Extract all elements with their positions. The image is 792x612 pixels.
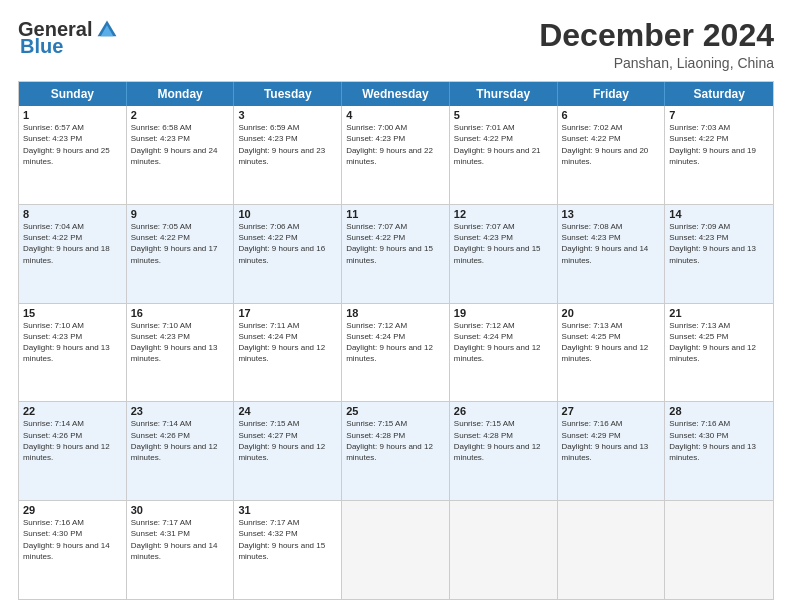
calendar-cell: 25Sunrise: 7:15 AMSunset: 4:28 PMDayligh… <box>342 402 450 500</box>
day-info: Sunrise: 7:03 AMSunset: 4:22 PMDaylight:… <box>669 122 769 167</box>
day-number: 3 <box>238 109 337 121</box>
day-number: 1 <box>23 109 122 121</box>
calendar-cell: 8Sunrise: 7:04 AMSunset: 4:22 PMDaylight… <box>19 205 127 303</box>
day-info: Sunrise: 7:15 AMSunset: 4:28 PMDaylight:… <box>454 418 553 463</box>
day-info: Sunrise: 7:04 AMSunset: 4:22 PMDaylight:… <box>23 221 122 266</box>
calendar-cell: 14Sunrise: 7:09 AMSunset: 4:23 PMDayligh… <box>665 205 773 303</box>
header-day-thursday: Thursday <box>450 82 558 106</box>
day-info: Sunrise: 7:01 AMSunset: 4:22 PMDaylight:… <box>454 122 553 167</box>
day-number: 17 <box>238 307 337 319</box>
day-info: Sunrise: 7:06 AMSunset: 4:22 PMDaylight:… <box>238 221 337 266</box>
calendar-row: 29Sunrise: 7:16 AMSunset: 4:30 PMDayligh… <box>19 501 773 599</box>
day-info: Sunrise: 6:57 AMSunset: 4:23 PMDaylight:… <box>23 122 122 167</box>
day-info: Sunrise: 7:12 AMSunset: 4:24 PMDaylight:… <box>346 320 445 365</box>
calendar-cell: 13Sunrise: 7:08 AMSunset: 4:23 PMDayligh… <box>558 205 666 303</box>
calendar-cell: 24Sunrise: 7:15 AMSunset: 4:27 PMDayligh… <box>234 402 342 500</box>
calendar-cell: 30Sunrise: 7:17 AMSunset: 4:31 PMDayligh… <box>127 501 235 599</box>
calendar-cell <box>665 501 773 599</box>
page: General Blue December 2024 Panshan, Liao… <box>0 0 792 612</box>
day-number: 30 <box>131 504 230 516</box>
calendar-cell: 2Sunrise: 6:58 AMSunset: 4:23 PMDaylight… <box>127 106 235 204</box>
day-number: 5 <box>454 109 553 121</box>
day-info: Sunrise: 7:13 AMSunset: 4:25 PMDaylight:… <box>562 320 661 365</box>
calendar-cell: 5Sunrise: 7:01 AMSunset: 4:22 PMDaylight… <box>450 106 558 204</box>
day-number: 10 <box>238 208 337 220</box>
calendar-cell: 7Sunrise: 7:03 AMSunset: 4:22 PMDaylight… <box>665 106 773 204</box>
calendar-cell: 11Sunrise: 7:07 AMSunset: 4:22 PMDayligh… <box>342 205 450 303</box>
calendar-cell <box>558 501 666 599</box>
day-number: 26 <box>454 405 553 417</box>
calendar-cell: 22Sunrise: 7:14 AMSunset: 4:26 PMDayligh… <box>19 402 127 500</box>
calendar-cell: 26Sunrise: 7:15 AMSunset: 4:28 PMDayligh… <box>450 402 558 500</box>
day-info: Sunrise: 7:16 AMSunset: 4:30 PMDaylight:… <box>23 517 122 562</box>
day-number: 22 <box>23 405 122 417</box>
calendar-cell: 18Sunrise: 7:12 AMSunset: 4:24 PMDayligh… <box>342 304 450 402</box>
day-number: 19 <box>454 307 553 319</box>
calendar-cell <box>450 501 558 599</box>
day-number: 2 <box>131 109 230 121</box>
day-info: Sunrise: 7:07 AMSunset: 4:22 PMDaylight:… <box>346 221 445 266</box>
day-info: Sunrise: 7:00 AMSunset: 4:23 PMDaylight:… <box>346 122 445 167</box>
day-number: 9 <box>131 208 230 220</box>
calendar-cell: 10Sunrise: 7:06 AMSunset: 4:22 PMDayligh… <box>234 205 342 303</box>
day-info: Sunrise: 7:08 AMSunset: 4:23 PMDaylight:… <box>562 221 661 266</box>
header-day-friday: Friday <box>558 82 666 106</box>
day-info: Sunrise: 7:11 AMSunset: 4:24 PMDaylight:… <box>238 320 337 365</box>
day-number: 21 <box>669 307 769 319</box>
calendar-cell: 1Sunrise: 6:57 AMSunset: 4:23 PMDaylight… <box>19 106 127 204</box>
day-number: 8 <box>23 208 122 220</box>
day-info: Sunrise: 7:15 AMSunset: 4:27 PMDaylight:… <box>238 418 337 463</box>
calendar-row: 15Sunrise: 7:10 AMSunset: 4:23 PMDayligh… <box>19 304 773 403</box>
logo-blue: Blue <box>20 35 63 58</box>
day-number: 23 <box>131 405 230 417</box>
header-day-sunday: Sunday <box>19 82 127 106</box>
day-info: Sunrise: 7:17 AMSunset: 4:32 PMDaylight:… <box>238 517 337 562</box>
day-info: Sunrise: 7:09 AMSunset: 4:23 PMDaylight:… <box>669 221 769 266</box>
calendar-cell: 16Sunrise: 7:10 AMSunset: 4:23 PMDayligh… <box>127 304 235 402</box>
day-info: Sunrise: 7:02 AMSunset: 4:22 PMDaylight:… <box>562 122 661 167</box>
day-info: Sunrise: 7:16 AMSunset: 4:29 PMDaylight:… <box>562 418 661 463</box>
calendar-cell: 15Sunrise: 7:10 AMSunset: 4:23 PMDayligh… <box>19 304 127 402</box>
day-number: 7 <box>669 109 769 121</box>
day-info: Sunrise: 7:15 AMSunset: 4:28 PMDaylight:… <box>346 418 445 463</box>
calendar-cell: 29Sunrise: 7:16 AMSunset: 4:30 PMDayligh… <box>19 501 127 599</box>
day-info: Sunrise: 6:58 AMSunset: 4:23 PMDaylight:… <box>131 122 230 167</box>
day-number: 16 <box>131 307 230 319</box>
month-title: December 2024 <box>539 18 774 53</box>
calendar-cell: 27Sunrise: 7:16 AMSunset: 4:29 PMDayligh… <box>558 402 666 500</box>
header: General Blue December 2024 Panshan, Liao… <box>18 18 774 71</box>
calendar-header: SundayMondayTuesdayWednesdayThursdayFrid… <box>19 82 773 106</box>
calendar-cell: 3Sunrise: 6:59 AMSunset: 4:23 PMDaylight… <box>234 106 342 204</box>
calendar-cell: 12Sunrise: 7:07 AMSunset: 4:23 PMDayligh… <box>450 205 558 303</box>
day-number: 13 <box>562 208 661 220</box>
day-info: Sunrise: 7:14 AMSunset: 4:26 PMDaylight:… <box>23 418 122 463</box>
day-number: 12 <box>454 208 553 220</box>
day-number: 31 <box>238 504 337 516</box>
header-day-saturday: Saturday <box>665 82 773 106</box>
day-number: 14 <box>669 208 769 220</box>
calendar-cell: 19Sunrise: 7:12 AMSunset: 4:24 PMDayligh… <box>450 304 558 402</box>
calendar-cell: 4Sunrise: 7:00 AMSunset: 4:23 PMDaylight… <box>342 106 450 204</box>
header-day-monday: Monday <box>127 82 235 106</box>
day-info: Sunrise: 7:05 AMSunset: 4:22 PMDaylight:… <box>131 221 230 266</box>
day-info: Sunrise: 7:10 AMSunset: 4:23 PMDaylight:… <box>23 320 122 365</box>
day-number: 29 <box>23 504 122 516</box>
day-number: 18 <box>346 307 445 319</box>
day-info: Sunrise: 7:14 AMSunset: 4:26 PMDaylight:… <box>131 418 230 463</box>
day-number: 24 <box>238 405 337 417</box>
calendar-cell: 21Sunrise: 7:13 AMSunset: 4:25 PMDayligh… <box>665 304 773 402</box>
calendar-cell <box>342 501 450 599</box>
logo-icon <box>96 19 118 41</box>
day-number: 25 <box>346 405 445 417</box>
day-info: Sunrise: 6:59 AMSunset: 4:23 PMDaylight:… <box>238 122 337 167</box>
day-info: Sunrise: 7:16 AMSunset: 4:30 PMDaylight:… <box>669 418 769 463</box>
calendar-cell: 6Sunrise: 7:02 AMSunset: 4:22 PMDaylight… <box>558 106 666 204</box>
calendar-cell: 17Sunrise: 7:11 AMSunset: 4:24 PMDayligh… <box>234 304 342 402</box>
day-info: Sunrise: 7:13 AMSunset: 4:25 PMDaylight:… <box>669 320 769 365</box>
day-number: 11 <box>346 208 445 220</box>
logo: General Blue <box>18 18 118 58</box>
day-info: Sunrise: 7:10 AMSunset: 4:23 PMDaylight:… <box>131 320 230 365</box>
calendar-row: 1Sunrise: 6:57 AMSunset: 4:23 PMDaylight… <box>19 106 773 205</box>
day-number: 28 <box>669 405 769 417</box>
calendar-row: 8Sunrise: 7:04 AMSunset: 4:22 PMDaylight… <box>19 205 773 304</box>
